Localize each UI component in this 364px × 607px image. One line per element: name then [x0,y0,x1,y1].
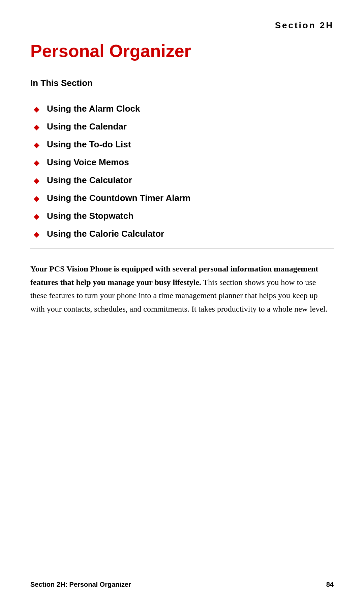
diamond-icon: ◆ [34,141,39,149]
page-title: Personal Organizer [30,41,334,61]
toc-item-label: Using the Calorie Calculator [47,229,164,239]
list-item: ◆ Using the Calculator [34,175,334,185]
bottom-divider [30,249,334,249]
list-item: ◆ Using the Alarm Clock [34,104,334,114]
diamond-icon: ◆ [34,106,39,113]
list-item: ◆ Using the Stopwatch [34,211,334,221]
toc-section: In This Section ◆ Using the Alarm Clock … [30,78,334,249]
page-footer: Section 2H: Personal Organizer 84 [30,581,334,588]
diamond-icon: ◆ [34,195,39,202]
toc-heading: In This Section [30,78,334,88]
section-label: Section 2H [30,20,334,31]
list-item: ◆ Using Voice Memos [34,157,334,168]
diamond-icon: ◆ [34,213,39,220]
toc-item-label: Using Voice Memos [47,157,129,168]
toc-item-label: Using the Countdown Timer Alarm [47,193,190,203]
intro-paragraph: Your PCS Vision Phone is equipped with s… [30,262,334,316]
page-container: Section 2H Personal Organizer In This Se… [0,0,364,607]
toc-item-label: Using the Calculator [47,175,132,185]
toc-item-label: Using the Stopwatch [47,211,133,221]
footer-page-number: 84 [326,581,334,588]
list-item: ◆ Using the To-do List [34,139,334,150]
list-item: ◆ Using the Calorie Calculator [34,229,334,239]
toc-list: ◆ Using the Alarm Clock ◆ Using the Cale… [34,104,334,239]
footer-left-label: Section 2H: Personal Organizer [30,581,131,588]
list-item: ◆ Using the Calendar [34,121,334,132]
toc-item-label: Using the To-do List [47,139,131,150]
diamond-icon: ◆ [34,123,39,131]
list-item: ◆ Using the Countdown Timer Alarm [34,193,334,203]
diamond-icon: ◆ [34,159,39,167]
toc-item-label: Using the Calendar [47,121,127,132]
top-divider [30,94,334,94]
diamond-icon: ◆ [34,231,39,238]
toc-item-label: Using the Alarm Clock [47,104,140,114]
diamond-icon: ◆ [34,177,39,184]
